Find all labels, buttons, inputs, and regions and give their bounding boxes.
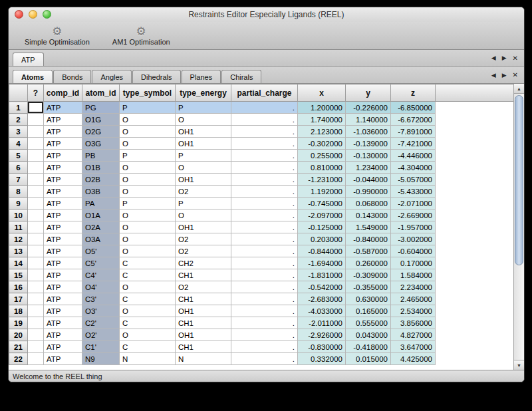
cell-comp_id[interactable]: ATP xyxy=(44,257,82,269)
cell-atom_id[interactable]: PA xyxy=(82,198,120,209)
row-number[interactable]: 8 xyxy=(9,186,28,198)
cell-z[interactable]: 0.170000 xyxy=(391,257,436,269)
cell-comp_id[interactable]: ATP xyxy=(44,233,82,245)
cell-q[interactable] xyxy=(28,174,44,186)
cell-y[interactable]: 0.143000 xyxy=(346,209,391,221)
row-number[interactable]: 7 xyxy=(9,174,28,186)
cell-y[interactable]: 1.549000 xyxy=(346,221,391,233)
cell-y[interactable]: -0.130000 xyxy=(346,150,391,162)
column-header-y[interactable]: y xyxy=(346,84,391,102)
cell-type_symbol[interactable]: O xyxy=(120,329,176,341)
cell-q[interactable] xyxy=(28,162,44,174)
cell-type_energy[interactable]: O xyxy=(176,162,231,174)
zoom-window-button[interactable] xyxy=(43,10,51,19)
cell-y[interactable]: -0.990000 xyxy=(346,186,391,198)
cell-type_energy[interactable]: N xyxy=(176,353,231,365)
scroll-down-button[interactable]: ▼ xyxy=(514,360,524,370)
row-number[interactable]: 11 xyxy=(9,221,28,233)
row-number[interactable]: 9 xyxy=(9,198,28,209)
cell-x[interactable]: -2.683000 xyxy=(298,293,346,305)
cell-x[interactable]: 0.203000 xyxy=(298,233,346,245)
cell-atom_id[interactable]: O3G xyxy=(82,138,120,150)
cell-y[interactable]: -0.355000 xyxy=(346,281,391,293)
row-number[interactable]: 12 xyxy=(9,233,28,245)
cell-y[interactable]: 0.260000 xyxy=(346,257,391,269)
cell-x[interactable]: -0.542000 xyxy=(298,281,346,293)
cell-z[interactable]: 2.534000 xyxy=(391,305,436,317)
cell-type_energy[interactable]: OH1 xyxy=(176,138,231,150)
cell-type_energy[interactable]: O xyxy=(176,209,231,221)
row-number[interactable]: 15 xyxy=(9,269,28,281)
cell-type_energy[interactable]: O2 xyxy=(176,281,231,293)
cell-q[interactable] xyxy=(28,317,44,329)
cell-partial_charge[interactable]: . xyxy=(231,341,298,353)
cell-partial_charge[interactable]: . xyxy=(231,198,298,209)
cell-z[interactable]: 4.827000 xyxy=(391,329,436,341)
cell-q[interactable] xyxy=(28,138,44,150)
column-header-atom_id[interactable]: atom_id xyxy=(82,84,120,102)
cell-type_symbol[interactable]: O xyxy=(120,126,176,138)
cell-partial_charge[interactable]: . xyxy=(231,317,298,329)
cell-type_symbol[interactable]: O xyxy=(120,162,176,174)
row-number[interactable]: 22 xyxy=(9,353,28,365)
close-window-button[interactable] xyxy=(15,10,23,19)
cell-x[interactable]: -0.302000 xyxy=(298,138,346,150)
cell-type_symbol[interactable]: C xyxy=(120,269,176,281)
cell-z[interactable]: -2.071000 xyxy=(391,198,436,209)
cell-comp_id[interactable]: ATP xyxy=(44,186,82,198)
cell-atom_id[interactable]: O2A xyxy=(82,221,120,233)
cell-x[interactable]: 2.123000 xyxy=(298,126,346,138)
row-number[interactable]: 18 xyxy=(9,305,28,317)
tab-close-icon[interactable]: ✕ xyxy=(513,71,518,78)
cell-y[interactable]: -0.309000 xyxy=(346,269,391,281)
cell-atom_id[interactable]: O3' xyxy=(82,305,120,317)
cell-z[interactable]: -0.604000 xyxy=(391,245,436,257)
cell-x[interactable]: -4.033000 xyxy=(298,305,346,317)
cell-partial_charge[interactable]: . xyxy=(231,269,298,281)
cell-comp_id[interactable]: ATP xyxy=(44,114,82,126)
cell-x[interactable]: -0.844000 xyxy=(298,245,346,257)
cell-type_symbol[interactable]: C xyxy=(120,341,176,353)
cell-atom_id[interactable]: O1B xyxy=(82,162,120,174)
cell-y[interactable]: -0.044000 xyxy=(346,174,391,186)
cell-y[interactable]: -1.036000 xyxy=(346,126,391,138)
cell-type_energy[interactable]: OH1 xyxy=(176,126,231,138)
scrollbar-thumb[interactable] xyxy=(515,95,523,265)
cell-comp_id[interactable]: ATP xyxy=(44,341,82,353)
cell-comp_id[interactable]: ATP xyxy=(44,269,82,281)
cell-x[interactable]: -1.231000 xyxy=(298,174,346,186)
simple-optimisation-button[interactable]: ⚙ Simple Optimisation xyxy=(21,25,94,47)
cell-partial_charge[interactable]: . xyxy=(231,138,298,150)
cell-atom_id[interactable]: O2' xyxy=(82,329,120,341)
cell-z[interactable]: 1.584000 xyxy=(391,269,436,281)
cell-atom_id[interactable]: C2' xyxy=(82,317,120,329)
cell-z[interactable]: -7.421000 xyxy=(391,138,436,150)
cell-y[interactable]: 1.140000 xyxy=(346,114,391,126)
row-number[interactable]: 5 xyxy=(9,150,28,162)
cell-type_symbol[interactable]: O xyxy=(120,138,176,150)
tab-dihedrals[interactable]: Dihedrals xyxy=(132,70,180,83)
cell-comp_id[interactable]: ATP xyxy=(44,317,82,329)
cell-atom_id[interactable]: C5' xyxy=(82,257,120,269)
cell-type_symbol[interactable]: P xyxy=(120,102,176,114)
row-number[interactable]: 19 xyxy=(9,317,28,329)
cell-type_energy[interactable]: OH1 xyxy=(176,305,231,317)
cell-atom_id[interactable]: O1A xyxy=(82,209,120,221)
cell-partial_charge[interactable]: . xyxy=(231,102,298,114)
column-header-z[interactable]: z xyxy=(391,84,436,102)
row-number[interactable]: 10 xyxy=(9,209,28,221)
column-header-q[interactable]: ? xyxy=(28,84,44,102)
cell-atom_id[interactable]: N9 xyxy=(82,353,120,365)
doc-tab-atp[interactable]: ATP xyxy=(13,53,44,66)
cell-type_symbol[interactable]: N xyxy=(120,353,176,365)
cell-y[interactable]: -0.139000 xyxy=(346,138,391,150)
cell-comp_id[interactable]: ATP xyxy=(44,150,82,162)
cell-atom_id[interactable]: PB xyxy=(82,150,120,162)
cell-type_energy[interactable]: CH1 xyxy=(176,317,231,329)
cell-x[interactable]: -1.694000 xyxy=(298,257,346,269)
cell-x[interactable]: 0.332000 xyxy=(298,353,346,365)
row-number[interactable]: 20 xyxy=(9,329,28,341)
cell-x[interactable]: -2.011000 xyxy=(298,317,346,329)
cell-y[interactable]: 0.043000 xyxy=(346,329,391,341)
cell-type_symbol[interactable]: O xyxy=(120,245,176,257)
